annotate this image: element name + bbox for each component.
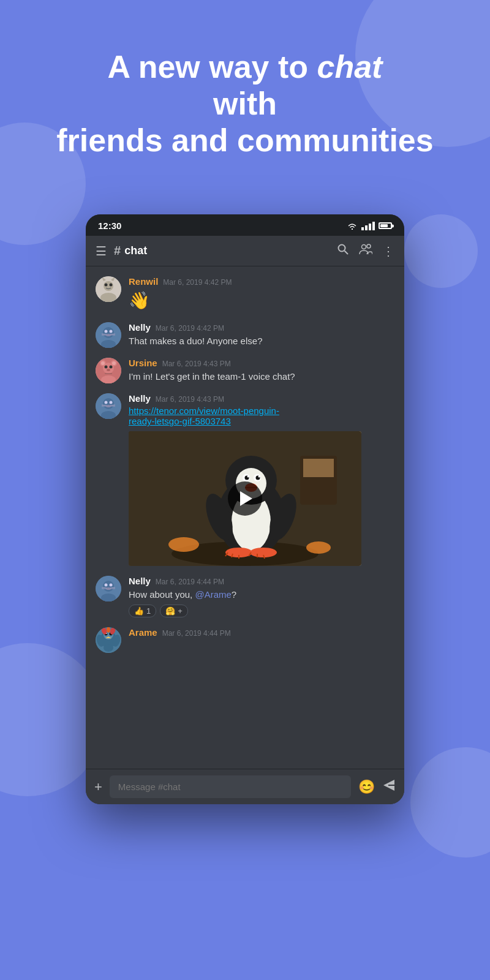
- hash-icon: #: [114, 244, 121, 258]
- add-attachment-button[interactable]: +: [94, 779, 102, 795]
- svg-point-14: [110, 330, 113, 333]
- timestamp-nelly2: Mar 6, 2019 4:43 PM: [156, 395, 224, 404]
- hero-section: A new way to chat with friends and commu…: [0, 49, 490, 159]
- message-header-ursine: Ursine Mar 6, 2019 4:43 PM: [129, 358, 394, 368]
- hamburger-icon[interactable]: ☰: [96, 244, 107, 258]
- status-icons: [347, 222, 392, 230]
- svg-point-71: [103, 581, 114, 592]
- hero-chat-word: chat: [317, 49, 383, 85]
- timestamp-nelly1: Mar 6, 2019 4:42 PM: [156, 324, 224, 333]
- svg-point-5: [104, 281, 113, 291]
- message-group-nelly1: Nelly Mar 6, 2019 4:42 PM That makes a d…: [86, 317, 404, 353]
- avatar-arame: [96, 627, 121, 653]
- svg-point-2: [362, 245, 366, 249]
- username-renwil: Renwil: [129, 276, 158, 287]
- svg-point-12: [103, 327, 114, 338]
- svg-point-33: [103, 398, 114, 409]
- svg-point-8: [110, 284, 113, 287]
- send-button[interactable]: [382, 778, 396, 795]
- status-time: 12:30: [98, 221, 121, 231]
- svg-point-25: [107, 369, 110, 371]
- avatar-nelly2: [96, 393, 121, 419]
- reactions-area: 👍 1 🤗+: [129, 605, 394, 617]
- svg-point-15: [106, 334, 111, 336]
- media-preview-gif[interactable]: [129, 431, 361, 566]
- username-nelly1: Nelly: [129, 322, 151, 333]
- bg-blob-4: [410, 747, 490, 858]
- message-header-nelly2: Nelly Mar 6, 2019 4:43 PM: [129, 393, 394, 404]
- svg-point-23: [105, 366, 108, 369]
- svg-rect-69: [303, 459, 334, 477]
- message-group-nelly3: Nelly Mar 6, 2019 4:44 PM How about you,…: [86, 571, 404, 622]
- message-header-renwil: Renwil Mar 6, 2019 4:42 PM: [129, 276, 394, 287]
- avatar-renwil: [96, 276, 121, 302]
- svg-point-73: [110, 584, 113, 587]
- signal-icon: [361, 222, 375, 230]
- channel-header: ☰ # chat ⋮: [86, 236, 404, 266]
- hero-line3: friends and communities: [56, 123, 433, 158]
- username-ursine: Ursine: [129, 358, 157, 368]
- channel-title: chat: [124, 244, 147, 257]
- message-group-nelly2: Nelly Mar 6, 2019 4:43 PM https://tenor.…: [86, 388, 404, 571]
- username-nelly3: Nelly: [129, 576, 151, 586]
- message-content-nelly3: Nelly Mar 6, 2019 4:44 PM How about you,…: [129, 576, 394, 617]
- svg-point-53: [258, 476, 260, 478]
- message-group-ursine: Ursine Mar 6, 2019 4:43 PM I'm in! Let's…: [86, 353, 404, 388]
- mention-arame[interactable]: @Arame: [195, 589, 231, 600]
- svg-point-34: [105, 401, 108, 404]
- message-content-arame: Arame Mar 6, 2019 4:44 PM: [129, 627, 394, 639]
- search-icon[interactable]: [337, 243, 349, 258]
- message-header-nelly3: Nelly Mar 6, 2019 4:44 PM: [129, 576, 394, 586]
- reaction-count-thumbsup: 1: [146, 606, 151, 616]
- avatar-nelly3: [96, 576, 121, 601]
- message-text-ursine: I'm in! Let's get in the team-1 voice ch…: [129, 370, 394, 383]
- timestamp-renwil: Mar 6, 2019 4:42 PM: [163, 278, 232, 287]
- svg-point-66: [168, 537, 199, 552]
- input-bar: + 😊: [86, 769, 404, 804]
- svg-point-35: [110, 401, 113, 404]
- channel-name-label: # chat: [114, 244, 330, 258]
- svg-point-29: [112, 361, 116, 365]
- svg-point-3: [367, 244, 371, 248]
- message-header-nelly1: Nelly Mar 6, 2019 4:42 PM: [129, 322, 394, 333]
- reaction-hug[interactable]: 🤗+: [160, 605, 188, 617]
- svg-point-24: [110, 366, 113, 369]
- phone-frame: 12:30 ☰ # chat: [86, 214, 404, 804]
- emoji-picker-button[interactable]: 😊: [358, 779, 375, 795]
- hero-line2: with: [213, 86, 277, 121]
- message-content-ursine: Ursine Mar 6, 2019 4:43 PM I'm in! Let's…: [129, 358, 394, 383]
- message-link-nelly2[interactable]: https://tenor.com/view/moot-penguin-read…: [129, 405, 394, 426]
- message-input[interactable]: [110, 775, 351, 798]
- svg-point-7: [105, 284, 108, 287]
- hero-title: A new way to chat with friends and commu…: [24, 49, 466, 159]
- message-text-nelly3: How about you, @Arame?: [129, 588, 394, 601]
- svg-line-1: [345, 251, 349, 255]
- message-content-renwil: Renwil Mar 6, 2019 4:42 PM 👋: [129, 276, 394, 312]
- bg-blob-5: [404, 214, 478, 288]
- message-header-arame: Arame Mar 6, 2019 4:44 PM: [129, 627, 394, 638]
- svg-point-0: [339, 245, 345, 252]
- reaction-count-hug: +: [178, 606, 183, 616]
- play-button[interactable]: [228, 481, 262, 516]
- message-group-renwil: Renwil Mar 6, 2019 4:42 PM 👋: [86, 271, 404, 317]
- svg-point-72: [105, 584, 108, 587]
- message-text-renwil: 👋: [129, 288, 394, 312]
- messages-area: Renwil Mar 6, 2019 4:42 PM 👋: [86, 266, 404, 769]
- hero-line1-normal: A new way to: [108, 49, 317, 85]
- svg-point-67: [306, 541, 331, 554]
- reaction-thumbsup[interactable]: 👍 1: [129, 605, 156, 617]
- battery-icon: [379, 222, 392, 229]
- header-action-icons: ⋮: [337, 243, 394, 258]
- message-group-arame: Arame Mar 6, 2019 4:44 PM: [86, 622, 404, 658]
- svg-point-52: [247, 476, 249, 478]
- members-icon[interactable]: [359, 244, 372, 258]
- avatar-ursine: [96, 358, 121, 383]
- message-content-nelly2: Nelly Mar 6, 2019 4:43 PM https://tenor.…: [129, 393, 394, 566]
- message-content-nelly1: Nelly Mar 6, 2019 4:42 PM That makes a d…: [129, 322, 394, 347]
- message-text-nelly1: That makes a duo! Anyone else?: [129, 334, 394, 347]
- more-icon[interactable]: ⋮: [382, 244, 394, 258]
- svg-point-74: [106, 587, 111, 590]
- timestamp-nelly3: Mar 6, 2019 4:44 PM: [156, 578, 224, 586]
- svg-point-90: [104, 644, 113, 652]
- svg-point-28: [101, 361, 105, 365]
